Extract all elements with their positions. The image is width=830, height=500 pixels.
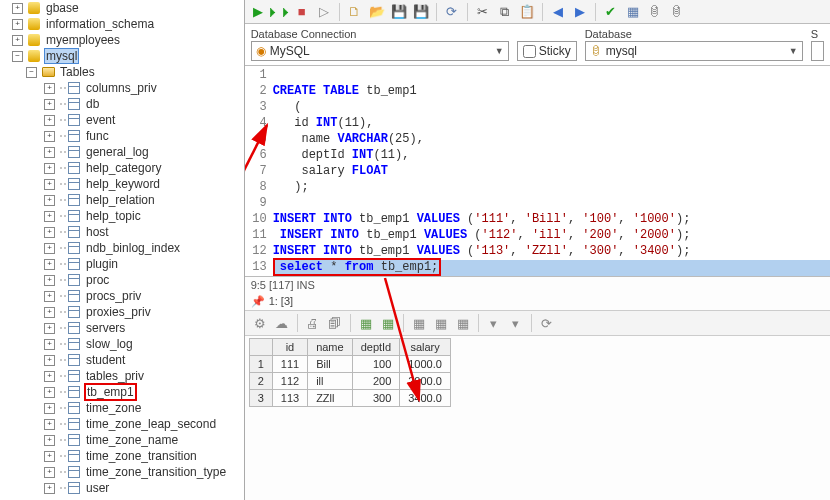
sticky-checkbox[interactable]: Sticky <box>517 41 577 61</box>
table-node[interactable]: +⋯user <box>4 480 244 496</box>
row-number[interactable]: 2 <box>249 373 272 390</box>
undo-icon[interactable]: ◀ <box>549 3 567 21</box>
redo-icon[interactable]: ▶ <box>571 3 589 21</box>
table-node[interactable]: +⋯time_zone_transition_type <box>4 464 244 480</box>
table-label[interactable]: func <box>84 129 111 143</box>
collapse-icon[interactable]: − <box>26 67 37 78</box>
expand-icon[interactable]: + <box>44 99 55 110</box>
expand-icon[interactable]: + <box>44 275 55 286</box>
cell-salary[interactable]: 3400.0 <box>400 390 451 407</box>
expand-icon[interactable]: + <box>44 243 55 254</box>
table-label[interactable]: event <box>84 113 117 127</box>
expand-icon[interactable]: + <box>44 179 55 190</box>
table-node[interactable]: +⋯time_zone_name <box>4 432 244 448</box>
expand-icon[interactable]: + <box>12 35 23 46</box>
grid-clone-icon[interactable]: ▦ <box>454 314 472 332</box>
table-label[interactable]: db <box>84 97 101 111</box>
grid-del2-icon[interactable]: ▦ <box>432 314 450 332</box>
col-header[interactable]: salary <box>400 339 451 356</box>
step-icon[interactable]: ▷ <box>315 3 333 21</box>
table-node[interactable]: +⋯db <box>4 96 244 112</box>
table-node[interactable]: +⋯time_zone <box>4 400 244 416</box>
cell-name[interactable]: ZZll <box>308 390 353 407</box>
commit-icon[interactable]: ✔ <box>602 3 620 21</box>
new-icon[interactable]: 🗋 <box>346 3 364 21</box>
expand-icon[interactable]: + <box>44 339 55 350</box>
table-label[interactable]: ndb_binlog_index <box>84 241 182 255</box>
table-label[interactable]: proc <box>84 273 111 287</box>
save-icon[interactable]: 💾 <box>390 3 408 21</box>
open-icon[interactable]: 📂 <box>368 3 386 21</box>
tables-folder[interactable]: Tables <box>58 65 97 79</box>
result-grid[interactable]: idnamedeptIdsalary 1111Bill1001000.02112… <box>249 338 451 407</box>
code-line[interactable] <box>273 68 830 84</box>
table-label[interactable]: help_category <box>84 161 163 175</box>
db-label[interactable]: mysql <box>44 48 79 64</box>
code-line[interactable]: ( <box>273 100 830 116</box>
code-line[interactable]: salary FLOAT <box>273 164 830 180</box>
table-node[interactable]: +⋯host <box>4 224 244 240</box>
expand-icon[interactable]: + <box>44 83 55 94</box>
code-line[interactable]: deptId INT(11), <box>273 148 830 164</box>
row-number[interactable]: 3 <box>249 390 272 407</box>
code-line[interactable]: INSERT INTO tb_emp1 VALUES ('112', 'ill'… <box>273 228 830 244</box>
expand-icon[interactable]: − <box>12 51 23 62</box>
expand-icon[interactable]: + <box>12 19 23 30</box>
refresh-icon[interactable]: ⟳ <box>443 3 461 21</box>
code-line[interactable]: id INT(11), <box>273 116 830 132</box>
db-tree[interactable]: +gbase+information_schema+myemployees−my… <box>0 0 245 500</box>
table-label[interactable]: help_topic <box>84 209 143 223</box>
db-icon[interactable]: 🛢 <box>646 3 664 21</box>
run-all-icon[interactable]: ⏵⏵ <box>271 3 289 21</box>
grid-export-icon[interactable]: 🗐 <box>326 314 344 332</box>
table-row[interactable]: 2112ill2002000.0 <box>249 373 450 390</box>
expand-icon[interactable]: + <box>44 131 55 142</box>
table-node[interactable]: +⋯help_category <box>4 160 244 176</box>
table-label[interactable]: procs_priv <box>84 289 143 303</box>
table-label[interactable]: general_log <box>84 145 151 159</box>
table-node[interactable]: +⋯servers <box>4 320 244 336</box>
cut-icon[interactable]: ✂ <box>474 3 492 21</box>
db-label[interactable]: information_schema <box>44 17 156 31</box>
cell-deptid[interactable]: 300 <box>352 390 400 407</box>
database-combo[interactable]: 🛢 mysql ▼ <box>585 41 803 61</box>
cell-deptid[interactable]: 100 <box>352 356 400 373</box>
table-label[interactable]: slow_log <box>84 337 135 351</box>
table-node[interactable]: +⋯tables_priv <box>4 368 244 384</box>
table-label[interactable]: host <box>84 225 111 239</box>
expand-icon[interactable]: + <box>44 163 55 174</box>
cell-id[interactable]: 112 <box>272 373 307 390</box>
saveall-icon[interactable]: 💾 <box>412 3 430 21</box>
table-label[interactable]: servers <box>84 321 127 335</box>
grid-print-icon[interactable]: 🖨 <box>304 314 322 332</box>
db-node[interactable]: +gbase <box>4 0 244 16</box>
db-node[interactable]: +myemployees <box>4 32 244 48</box>
connection-combo[interactable]: ◉ MySQL ▼ <box>251 41 509 61</box>
paste-icon[interactable]: 📋 <box>518 3 536 21</box>
expand-icon[interactable]: + <box>44 307 55 318</box>
col-header[interactable]: name <box>308 339 353 356</box>
db-node[interactable]: +information_schema <box>4 16 244 32</box>
grid-opt-icon[interactable]: ⟳ <box>538 314 556 332</box>
table-label[interactable]: tables_priv <box>84 369 146 383</box>
expand-icon[interactable]: + <box>44 115 55 126</box>
result-tab[interactable]: 📌 1: [3] <box>245 292 830 310</box>
table-label[interactable]: user <box>84 481 111 495</box>
table-label[interactable]: columns_priv <box>84 81 159 95</box>
grid-addg-icon[interactable]: ▦ <box>379 314 397 332</box>
table-node[interactable]: +⋯student <box>4 352 244 368</box>
grid-nav1-icon[interactable]: ▾ <box>485 314 503 332</box>
code-line[interactable]: ); <box>273 180 830 196</box>
browse-icon[interactable]: ▦ <box>624 3 642 21</box>
cell-name[interactable]: Bill <box>308 356 353 373</box>
table-label[interactable]: help_keyword <box>84 177 162 191</box>
cell-name[interactable]: ill <box>308 373 353 390</box>
code-line[interactable]: select * from tb_emp1; <box>273 260 830 276</box>
expand-icon[interactable]: + <box>44 451 55 462</box>
table-label[interactable]: time_zone_transition <box>84 449 199 463</box>
table-label[interactable]: help_relation <box>84 193 157 207</box>
table-node[interactable]: +⋯help_relation <box>4 192 244 208</box>
expand-icon[interactable]: + <box>44 195 55 206</box>
sql-editor[interactable]: 12345678910111213 CREATE TABLE tb_emp1 (… <box>245 66 830 276</box>
table-node[interactable]: +⋯ndb_binlog_index <box>4 240 244 256</box>
